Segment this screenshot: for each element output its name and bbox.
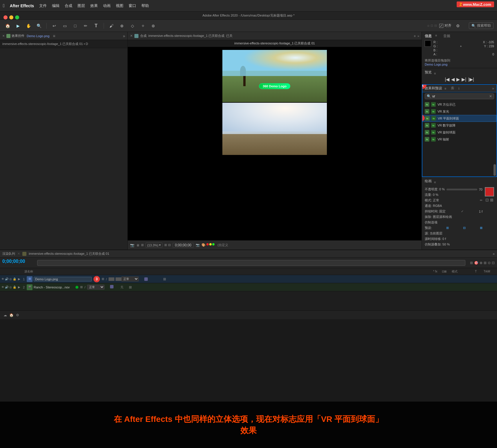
paint-color-swatch[interactable] (485, 187, 494, 196)
tl-tool-5[interactable]: ⊙ (488, 261, 491, 265)
timeline-row-2[interactable]: 👁 🔊 ◎ 🔒 ▶ 2 🎬 Ranch - Stereoscop...nov ⊞… (0, 283, 497, 291)
menu-item-help[interactable]: 帮助 (141, 3, 149, 8)
effect-item-vr-glitch[interactable]: fx fx VR 数字故障 (422, 122, 496, 129)
tl-eye-btn-1[interactable]: 👁 (1, 277, 4, 281)
tl-mode-2[interactable]: 正常 (87, 285, 107, 290)
timeline-menu-icon[interactable]: ≡ (493, 252, 495, 256)
menu-item-file[interactable]: 文件 (39, 3, 47, 8)
panel-menu-icon[interactable]: ≡ (53, 34, 55, 38)
viewer-color-icons[interactable]: 🎨 (201, 243, 215, 247)
viewer-zoom-dropdown[interactable]: (13.3%) ▾ (145, 243, 163, 248)
menu-item-edit[interactable]: 编辑 (52, 3, 60, 8)
tl-tool-6[interactable]: ⊡ (492, 261, 495, 265)
status-icon-settings[interactable]: ⚙ (16, 313, 19, 317)
tl-tool-4[interactable]: ⊞ (484, 261, 487, 265)
effect-item-vr-radial[interactable]: fx fx VR 辐射 (422, 136, 496, 143)
effects-lib-tab[interactable]: 库 (451, 86, 454, 91)
menu-item-anim[interactable]: 动画 (103, 3, 111, 8)
text-tool[interactable]: T (92, 22, 100, 30)
minimize-button[interactable] (9, 15, 13, 19)
timeline-search-input[interactable] (37, 260, 465, 266)
comp-timeline-tab[interactable]: immersive-effects-stereoscopic-footage_1… (29, 252, 109, 256)
preview-first-btn[interactable]: |◀ (445, 77, 449, 82)
status-icon-home[interactable]: 🏠 (9, 313, 14, 317)
menu-item-view[interactable]: 视图 (116, 3, 123, 8)
effect-item-vr-rotate[interactable]: fx fx VR 旋转球面 (422, 129, 496, 136)
menu-item-effects[interactable]: 效果 (90, 3, 98, 8)
tl-eye-btn-2[interactable]: 👁 (1, 285, 4, 289)
audio-tab[interactable]: 音频 (443, 34, 450, 39)
comp-tab-close[interactable]: ✕ (130, 34, 133, 38)
info-tab[interactable]: 信息 (425, 34, 432, 39)
comp-panel-menu[interactable]: ≡ (414, 34, 415, 38)
preview-play-btn[interactable]: ▶ (456, 77, 460, 82)
effect-item-vr-dir[interactable]: fx fx VR 方位示已 (422, 101, 496, 108)
home-tool[interactable]: 🏠 (3, 22, 12, 30)
pin-tool[interactable]: ⊛ (149, 22, 157, 30)
timeline-row-1[interactable]: 👁 🔊 ◎ 🔒 ▶ 1 🖼 Demo Logo.png 3 ⊞ / 正常 (0, 275, 497, 283)
tab-close-left[interactable]: ✕ (2, 34, 5, 37)
menu-item-window[interactable]: 窗口 (129, 3, 136, 8)
menu-item-layer[interactable]: 图层 (78, 3, 85, 8)
render-queue-tab[interactable]: 渲染队列 (2, 252, 15, 256)
effects-scrollbar[interactable] (494, 164, 496, 176)
apple-logo-icon[interactable]:  (3, 3, 5, 8)
mask-tool[interactable]: ▭ (61, 22, 69, 30)
tl-mode-1[interactable]: 正常 (121, 277, 142, 281)
preview-prev-btn[interactable]: ◀ (451, 77, 455, 82)
rect-tool[interactable]: □ (71, 22, 79, 30)
eraser-tool[interactable]: ◇ (128, 22, 136, 30)
tl-solo-btn-2[interactable]: ◎ (9, 285, 12, 289)
tl-audio-btn-1[interactable]: 🔊 (5, 277, 8, 281)
effects-expand-icon[interactable]: » (492, 86, 494, 91)
status-icon-cloud[interactable]: ☁ (3, 313, 7, 317)
viewer-camera-icon[interactable]: 📷 (196, 243, 200, 247)
tl-tool-3[interactable]: ⊕ (480, 261, 482, 265)
search-help-box[interactable]: 🔍 搜索帮助 (469, 22, 494, 29)
preview-next-btn[interactable]: ▶| (462, 77, 466, 82)
viewer-fit-icons[interactable]: ⊞⊟ (164, 243, 171, 247)
tl-name-2[interactable]: Ranch - Stereoscop...nov (34, 286, 74, 289)
tl-arrow-1[interactable]: ▶ (17, 277, 21, 281)
tab-effect-controls[interactable]: 效果控件 Demo Logo.png (6, 34, 49, 38)
effect-item-vr-plane[interactable]: fx fx VR 平面到球面 (422, 115, 496, 122)
effects-search-box[interactable]: 🔍 ✕ (425, 93, 494, 99)
zoom-tool[interactable]: 🔍 (35, 22, 43, 30)
timeline-search[interactable] (35, 258, 468, 268)
tl-mode-select-1[interactable]: 正常 (121, 277, 139, 281)
panel-expand-icon[interactable]: » (123, 34, 125, 38)
menu-item-comp[interactable]: 合成 (65, 3, 72, 8)
pen-tool[interactable]: ✏ (82, 22, 90, 30)
opacity-bar[interactable] (446, 189, 477, 190)
info-panel-menu[interactable]: ≡ (435, 34, 437, 39)
tl-arrow-2[interactable]: ▶ (17, 286, 21, 289)
paint-menu-icon[interactable]: ≡ (434, 180, 436, 184)
effects-search-input[interactable] (432, 94, 488, 98)
tl-solo-btn-1[interactable]: ◎ (9, 277, 12, 281)
preview-menu-icon[interactable]: ≡ (434, 72, 436, 75)
preset-icon3[interactable]: ⊠ (480, 226, 482, 230)
tl-options-2[interactable]: ⊞ (128, 285, 133, 289)
effects-search-clear[interactable]: ✕ (489, 94, 492, 98)
pencil-icon[interactable]: ✏ (480, 198, 482, 202)
preset-icon2[interactable]: ⊟ (463, 226, 466, 230)
preset-icon1[interactable]: ⊞ (446, 226, 449, 230)
tl-tool-1[interactable]: ⊞ (470, 261, 473, 265)
undo-tool[interactable]: ↩ (50, 22, 58, 30)
viewer-snapshot-icon[interactable]: 📷 (130, 243, 134, 247)
viewer-display-icon[interactable]: 🖥 (136, 243, 139, 247)
puppet-tool[interactable]: ⟡ (139, 22, 147, 30)
swatch-copy-icon[interactable]: ⊡ (485, 198, 489, 202)
tl-tool-2[interactable]: 🎯 (474, 261, 478, 265)
select-tool[interactable]: ▶ (14, 22, 22, 30)
comp-panel-expand[interactable]: » (417, 34, 419, 38)
tl-mode-select-2[interactable]: 正常 (87, 285, 105, 290)
effects-menu-icon[interactable]: ≡ (444, 87, 446, 90)
maximize-button[interactable] (15, 15, 19, 19)
align-checkbox[interactable]: ✓ 对齐 (439, 23, 451, 28)
swatch-paste-icon[interactable]: ⊠ (490, 198, 494, 202)
brush-tool[interactable]: 🖌 (107, 22, 116, 30)
timeline-timecode[interactable]: 0;00;00;00 (0, 258, 35, 265)
effect-item-vr-glow[interactable]: fx fx VR 发光 (422, 108, 496, 115)
viewer-channels-icon[interactable]: ⊞ (141, 243, 144, 247)
